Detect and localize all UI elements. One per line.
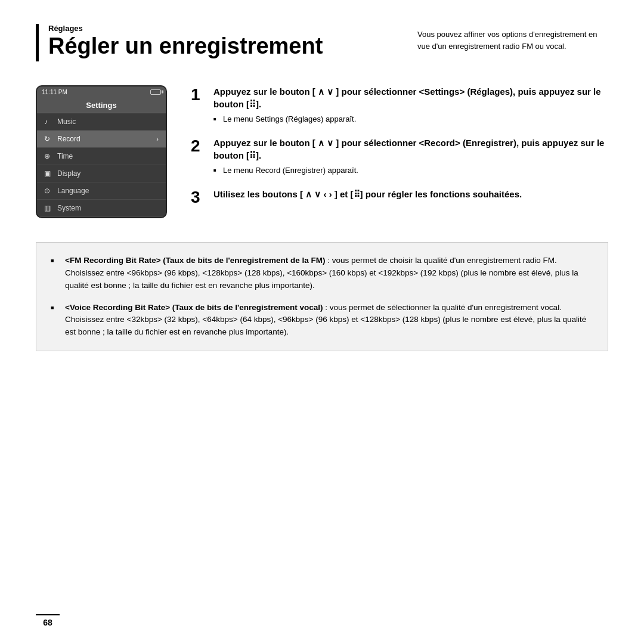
note-bullet-1: ■ xyxy=(51,257,59,265)
menu-item-display[interactable]: ▣ Display xyxy=(37,165,166,182)
menu-label-music: Music xyxy=(57,117,76,126)
device-time: 11:11 PM xyxy=(42,89,67,95)
step-2-content: Appuyez sur le bouton [ ∧ ∨ ] pour sélec… xyxy=(213,137,608,176)
step-2-note: Le menu Record (Enregistrer) apparaît. xyxy=(213,165,608,176)
device-title: Settings xyxy=(37,98,166,113)
note-voice-bit-rate: ■ <Voice Recording Bit Rate> (Taux de bi… xyxy=(51,302,593,339)
notes-section: ■ <FM Recording Bit Rate> (Taux de bits … xyxy=(36,242,608,352)
device-menu: ♪ Music ↻ Record › ⊕ Time ▣ Display ⊙ xyxy=(37,113,166,217)
system-icon: ▥ xyxy=(44,204,52,212)
device-mockup: 11:11 PM Settings ♪ Music ↻ Record › ⊕ T… xyxy=(36,85,167,218)
header-description: Vous pouvez affiner vos options d'enregi… xyxy=(417,24,608,52)
note-fm-text: <FM Recording Bit Rate> (Taux de bits de… xyxy=(65,255,593,292)
note-fm-bit-rate: ■ <FM Recording Bit Rate> (Taux de bits … xyxy=(51,255,593,292)
step-2-number: 2 xyxy=(191,138,205,154)
menu-item-music[interactable]: ♪ Music xyxy=(37,113,166,131)
note-bullet-2: ■ xyxy=(51,304,59,312)
menu-item-language[interactable]: ⊙ Language xyxy=(37,182,166,200)
header-label: Réglages xyxy=(48,24,394,33)
language-icon: ⊙ xyxy=(44,187,52,195)
step-2-instruction: Appuyez sur le bouton [ ∧ ∨ ] pour sélec… xyxy=(213,137,608,162)
menu-item-time[interactable]: ⊕ Time xyxy=(37,148,166,165)
step-1-number: 1 xyxy=(191,86,205,103)
music-icon: ♪ xyxy=(44,117,52,126)
header-section: Réglages Régler un enregistrement Vous p… xyxy=(36,24,608,61)
main-content: 11:11 PM Settings ♪ Music ↻ Record › ⊕ T… xyxy=(36,85,608,218)
step-2: 2 Appuyez sur le bouton [ ∧ ∨ ] pour sél… xyxy=(191,137,608,176)
record-icon: ↻ xyxy=(44,135,52,143)
step-3: 3 Utilisez les boutons [ ∧ ∨ ‹ › ] et [⠿… xyxy=(191,188,608,206)
step-3-number: 3 xyxy=(191,189,205,206)
step-1-content: Appuyez sur le bouton [ ∧ ∨ ] pour sélec… xyxy=(213,85,608,125)
page-number: 68 xyxy=(36,614,60,627)
battery-icon xyxy=(150,89,161,95)
menu-label-record: Record xyxy=(57,135,80,143)
header-text-block: Réglages Régler un enregistrement xyxy=(48,24,394,61)
time-icon: ⊕ xyxy=(44,152,52,160)
menu-label-language: Language xyxy=(57,187,89,195)
note-fm-bold: <FM Recording Bit Rate> (Taux de bits de… xyxy=(65,256,326,265)
device-status-bar: 11:11 PM xyxy=(37,86,166,98)
step-1-instruction: Appuyez sur le bouton [ ∧ ∨ ] pour sélec… xyxy=(213,85,608,110)
menu-label-time: Time xyxy=(57,152,73,160)
menu-item-system[interactable]: ▥ System xyxy=(37,200,166,217)
menu-item-record[interactable]: ↻ Record › xyxy=(37,131,166,148)
display-icon: ▣ xyxy=(44,169,52,178)
chevron-right-icon: › xyxy=(156,135,159,143)
note-voice-bold: <Voice Recording Bit Rate> (Taux de bits… xyxy=(65,303,323,312)
step-3-instruction: Utilisez les boutons [ ∧ ∨ ‹ › ] et [⠿] … xyxy=(213,188,608,200)
page-title: Régler un enregistrement xyxy=(48,34,394,59)
menu-label-system: System xyxy=(57,204,81,212)
page-container: Réglages Régler un enregistrement Vous p… xyxy=(0,0,644,644)
note-voice-text: <Voice Recording Bit Rate> (Taux de bits… xyxy=(65,302,593,339)
step-3-content: Utilisez les boutons [ ∧ ∨ ‹ › ] et [⠿] … xyxy=(213,188,608,204)
steps-section: 1 Appuyez sur le bouton [ ∧ ∨ ] pour sél… xyxy=(191,85,608,206)
menu-label-display: Display xyxy=(57,169,80,178)
step-1: 1 Appuyez sur le bouton [ ∧ ∨ ] pour sél… xyxy=(191,85,608,125)
step-1-note: Le menu Settings (Réglages) apparaît. xyxy=(213,114,608,125)
